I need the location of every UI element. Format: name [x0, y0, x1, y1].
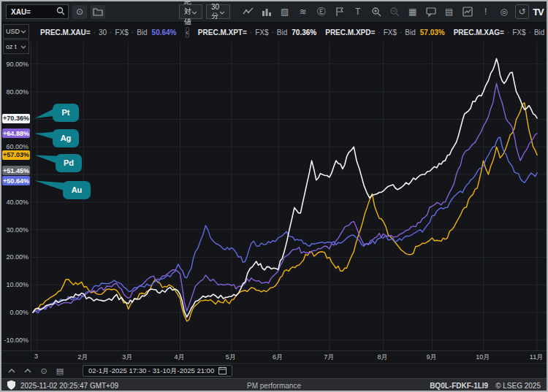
- y-axis-label: 0.00%: [1, 309, 28, 316]
- y-axis-label: 90.00%: [1, 61, 28, 68]
- x-axis-label: 10月: [472, 353, 494, 362]
- y-axis-badge: +70.36%: [2, 114, 30, 123]
- symbol-search-input[interactable]: [9, 7, 53, 17]
- zoom-in-tool[interactable]: [369, 4, 383, 19]
- y-axis-label: -10.00%: [1, 337, 28, 344]
- callout-ag[interactable]: Ag: [53, 129, 79, 147]
- axis-unit-selectors: USDoz t: [1, 23, 31, 55]
- y-axis-badge: +57.03%: [2, 150, 30, 160]
- y-axis-badge: +64.88%: [2, 128, 30, 138]
- chart-tools: ▨≋ⒺT▦▤!◎↺: [241, 4, 529, 19]
- tradingview-logo: TV: [533, 7, 544, 18]
- x-axis-label: 4月: [169, 353, 191, 362]
- legend-part: Bid: [405, 28, 415, 36]
- legend-item-precmxag[interactable]: PREC.M.XAG=·FX$·Bid64.88%: [454, 28, 548, 36]
- timeline-target-button[interactable]: ⊙: [37, 365, 50, 377]
- x-axis-label: 8月: [371, 353, 393, 362]
- text-annotation-tool[interactable]: T: [351, 4, 365, 19]
- x-axis-label: 11月: [525, 353, 547, 362]
- y-axis-label: 60.00%: [1, 143, 28, 150]
- legend-separator: ·: [529, 28, 531, 36]
- interval-value: 30 分: [211, 3, 219, 21]
- legend-ric: PREC.M.XPD=: [325, 28, 375, 36]
- area-style-tool[interactable]: ▨: [278, 4, 292, 19]
- measure-tool[interactable]: [332, 4, 346, 19]
- callout-pt[interactable]: Pt: [53, 104, 79, 122]
- legend-bar: PREC.M.XAU=·30·FX$·Bid50.64%‹PREC.M.XPT=…: [31, 23, 548, 41]
- annotation-panel-tool[interactable]: [424, 4, 438, 19]
- folder-button[interactable]: [91, 5, 105, 19]
- status-bar: 2025-11-02 20:25:47 GMT+09 PM performanc…: [1, 378, 547, 392]
- legend-value: 50.64%: [152, 28, 177, 36]
- chart-svg: [31, 42, 548, 350]
- date-range-picker[interactable]: 02-1月-2025 17:30 - 31-10月-2025 21:00: [83, 365, 232, 377]
- unit-selector-ozt[interactable]: oz t: [3, 39, 29, 54]
- legend-separator: ·: [250, 28, 252, 36]
- scale-mode-dropdown[interactable]: 絶対値: [179, 4, 202, 19]
- legend-part: 30: [99, 28, 107, 36]
- interval-dropdown[interactable]: 30 分: [206, 4, 230, 19]
- legend-separator: ·: [507, 28, 509, 36]
- legend-part: FX$: [115, 28, 128, 36]
- chart-app-window: ⊙ 絶対値 30 分 ▨≋ⒺT▦▤!◎↺ TV USDoz t PREC.M.X…: [0, 0, 548, 392]
- legend-collapse-button[interactable]: ‹: [186, 27, 189, 38]
- collapse-panel-button[interactable]: [21, 365, 34, 377]
- chevron-down-icon: [219, 8, 225, 16]
- x-axis-label: 2月: [72, 353, 94, 362]
- alerts-tool[interactable]: !: [479, 4, 492, 19]
- series-line-ag[interactable]: [33, 83, 537, 312]
- timeline-layout-button[interactable]: ▤: [53, 365, 66, 377]
- table-view-tool[interactable]: ▦: [406, 4, 419, 19]
- unit-selector-USD[interactable]: USD: [3, 24, 29, 39]
- legend-item-precmxpt[interactable]: PREC.M.XPT=·FX$·Bid70.36%: [198, 28, 316, 36]
- callout-au[interactable]: Au: [63, 181, 91, 199]
- legend-ric: PREC.M.XAU=: [40, 28, 91, 36]
- legend-separator: ·: [110, 28, 112, 36]
- chevron-down-icon: [191, 8, 197, 16]
- legend-separator: ·: [378, 28, 380, 36]
- target-tool[interactable]: ◎: [497, 4, 511, 19]
- y-axis-label: 80.00%: [1, 88, 28, 96]
- chart-style-tool[interactable]: [259, 4, 273, 19]
- legend-item-precmxau[interactable]: PREC.M.XAU=·30·FX$·Bid50.64%: [40, 28, 177, 36]
- y-axis-label: 40.00%: [1, 199, 28, 206]
- recenter-button[interactable]: ⊙: [72, 5, 87, 19]
- callout-pd[interactable]: Pd: [56, 154, 82, 172]
- series-line-pt[interactable]: [33, 58, 537, 317]
- legend-item-precmxpd[interactable]: PREC.M.XPD=·FX$·Bid57.03%: [325, 28, 444, 36]
- timeline-toolbar: ⊙ ▤ 02-1月-2025 17:30 - 31-10月-2025 21:00: [1, 363, 547, 378]
- x-axis-label: 6月: [267, 353, 289, 362]
- legend-value: 70.36%: [292, 28, 316, 36]
- line-chart-tool[interactable]: [241, 4, 255, 19]
- x-axis-label: 3: [26, 353, 47, 360]
- chart-settings-tool[interactable]: [460, 4, 474, 19]
- chevron-down-icon: [20, 43, 26, 50]
- x-axis-label: 3月: [116, 353, 138, 362]
- legend-part: Bid: [534, 28, 544, 36]
- y-axis-label: 30.00%: [1, 226, 28, 234]
- series-line-pd[interactable]: [33, 103, 537, 321]
- y-axis-badge: +50.64%: [2, 176, 30, 185]
- legend-part: Bid: [137, 28, 147, 36]
- top-toolbar: ⊙ 絶対値 30 分 ▨≋ⒺT▦▤!◎↺ TV: [1, 1, 547, 23]
- y-axis-label: 10.00%: [1, 281, 28, 288]
- legend-ric: PREC.M.XPT=: [198, 28, 247, 36]
- legend-part: FX$: [255, 28, 268, 36]
- layouts-tool[interactable]: ▤: [442, 4, 456, 19]
- compare-overlay-tool[interactable]: ≋: [296, 4, 310, 19]
- status-code: BQ0L-FDKF-1LI9: [430, 382, 488, 390]
- expand-panel-button[interactable]: [5, 365, 18, 377]
- events-tool[interactable]: Ⓔ: [314, 4, 328, 19]
- unit-label: USD: [6, 28, 20, 35]
- symbol-search-box[interactable]: [6, 4, 69, 19]
- x-axis-label: 5月: [220, 353, 242, 362]
- legend-part: FX$: [512, 28, 525, 36]
- legend-separator: ·: [272, 28, 274, 36]
- legend-part: Bid: [277, 28, 287, 36]
- zoom-out-tool[interactable]: [387, 4, 401, 19]
- x-axis-line: [1, 350, 548, 351]
- refresh-tool[interactable]: ↺: [515, 4, 529, 19]
- chart-plot-area[interactable]: [31, 42, 548, 350]
- chevron-down-icon: [20, 28, 26, 35]
- unit-label: oz t: [6, 43, 17, 50]
